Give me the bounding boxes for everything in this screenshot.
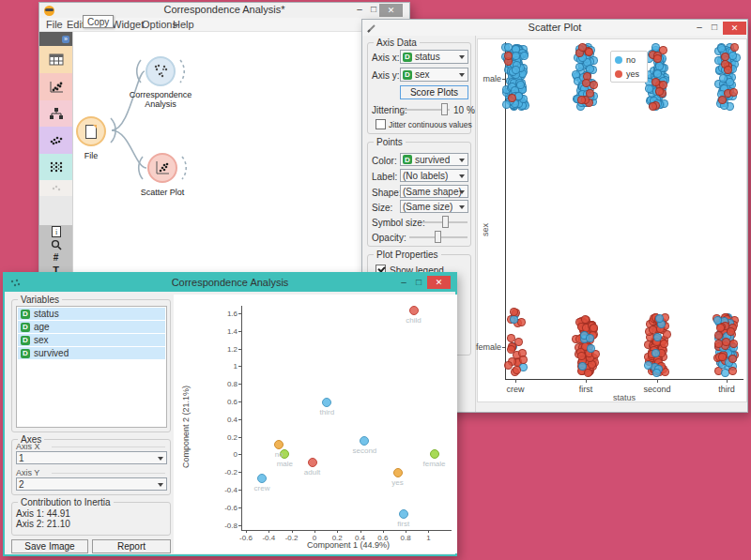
toolbox-category-unsupervised-icon[interactable] bbox=[39, 154, 72, 180]
axis-y-select[interactable]: 2 bbox=[16, 477, 167, 491]
data-point[interactable] bbox=[517, 318, 526, 326]
ca-y-tick bbox=[238, 331, 241, 332]
scatter-maximize-button[interactable]: □ bbox=[708, 22, 721, 34]
data-point[interactable] bbox=[586, 334, 594, 342]
data-point[interactable] bbox=[519, 356, 528, 364]
menu-help[interactable]: Help bbox=[173, 19, 194, 30]
data-point[interactable] bbox=[655, 62, 664, 70]
axis-x-select[interactable]: 1 bbox=[16, 451, 167, 464]
data-point[interactable] bbox=[590, 324, 598, 332]
menu-widget[interactable]: Widget bbox=[112, 19, 144, 30]
file-widget[interactable] bbox=[76, 116, 106, 146]
data-point[interactable] bbox=[512, 66, 520, 74]
ca-point-second[interactable] bbox=[360, 436, 369, 446]
correspondence-analysis-widget-label: Correspondence Analysis bbox=[130, 90, 192, 109]
data-point[interactable] bbox=[660, 340, 668, 348]
main-close-button[interactable]: ✕ bbox=[379, 4, 403, 17]
data-point[interactable] bbox=[721, 53, 729, 61]
data-point[interactable] bbox=[728, 355, 737, 363]
data-point[interactable] bbox=[714, 340, 723, 348]
jittering-slider[interactable] bbox=[401, 103, 450, 115]
main-maximize-button[interactable]: □ bbox=[367, 4, 380, 16]
axis-y-combo[interactable]: D sex bbox=[400, 68, 468, 82]
data-point[interactable] bbox=[504, 52, 513, 60]
ca-maximize-button[interactable]: □ bbox=[412, 277, 425, 289]
ca-titlebar[interactable]: Correspondence Analysis – □ ✕ bbox=[5, 274, 455, 292]
toolbox-category-evaluate-icon[interactable] bbox=[39, 127, 72, 154]
ca-y-tick bbox=[238, 349, 241, 350]
data-point[interactable] bbox=[655, 87, 664, 96]
toolbox-category-faded-icon[interactable] bbox=[39, 180, 72, 196]
ca-plot-area[interactable]: Component 2 (21.1%) Component 1 (44.9%) … bbox=[174, 295, 457, 553]
axis-x-combo[interactable]: D status bbox=[400, 50, 468, 64]
ca-close-button[interactable]: ✕ bbox=[427, 276, 451, 289]
main-minimize-button[interactable]: – bbox=[353, 4, 366, 16]
symbol-size-slider[interactable] bbox=[422, 216, 467, 228]
ca-x-tick bbox=[406, 530, 406, 533]
ca-point-child[interactable] bbox=[409, 306, 419, 315]
ca-point-female[interactable] bbox=[430, 449, 439, 459]
data-point[interactable] bbox=[718, 353, 727, 361]
data-point[interactable] bbox=[508, 94, 516, 102]
ca-point-crew[interactable] bbox=[257, 474, 267, 483]
toolbox-category-visualize-icon[interactable] bbox=[39, 73, 72, 100]
data-point[interactable] bbox=[587, 344, 595, 353]
data-point[interactable] bbox=[713, 316, 722, 325]
jitter-continuous-checkbox[interactable] bbox=[376, 119, 386, 129]
ca-y-tick bbox=[238, 401, 241, 402]
variable-item-survived[interactable]: Dsurvived bbox=[18, 347, 165, 359]
variables-list[interactable]: Dstatus Dage Dsex Dsurvived bbox=[16, 306, 167, 428]
ca-minimize-button[interactable]: – bbox=[397, 277, 410, 289]
data-point[interactable] bbox=[728, 367, 737, 375]
data-point[interactable] bbox=[645, 84, 653, 93]
menu-file[interactable]: File bbox=[46, 19, 63, 30]
data-point[interactable] bbox=[507, 345, 515, 354]
toolbox-category-data-icon[interactable] bbox=[39, 46, 72, 73]
label-combo[interactable]: (No labels) bbox=[400, 169, 468, 182]
data-point[interactable] bbox=[730, 43, 739, 52]
ca-point-yes[interactable] bbox=[393, 468, 403, 477]
data-point[interactable] bbox=[729, 88, 738, 97]
save-image-button[interactable]: Save Image bbox=[11, 539, 88, 553]
data-point[interactable] bbox=[584, 369, 592, 377]
grid-tool-button[interactable]: # bbox=[39, 251, 72, 264]
scatter-plot-widget[interactable] bbox=[147, 153, 177, 183]
toolbox-collapse-button[interactable]: » bbox=[39, 32, 72, 46]
correspondence-analysis-widget[interactable] bbox=[146, 56, 176, 86]
data-point[interactable] bbox=[516, 81, 525, 89]
ca-point-third[interactable] bbox=[322, 398, 331, 407]
scatter-minimize-button[interactable]: – bbox=[693, 22, 706, 34]
opacity-slider[interactable] bbox=[409, 231, 467, 243]
scatter-titlebar[interactable]: Scatter Plot – □ ✕ bbox=[362, 20, 747, 36]
data-point[interactable] bbox=[590, 81, 598, 89]
ca-x-tick bbox=[383, 530, 384, 533]
canvas-info-button[interactable]: i bbox=[39, 225, 72, 238]
color-combo[interactable]: D survived bbox=[400, 153, 468, 166]
report-button[interactable]: Report bbox=[92, 539, 171, 553]
variable-item-age[interactable]: Dage bbox=[18, 321, 165, 333]
ca-x-tick bbox=[428, 530, 429, 533]
data-point[interactable] bbox=[718, 96, 727, 104]
data-point[interactable] bbox=[717, 44, 726, 53]
variable-item-status[interactable]: Dstatus bbox=[18, 308, 165, 320]
toolbox-category-model-icon[interactable] bbox=[39, 100, 72, 127]
data-point[interactable] bbox=[510, 315, 518, 324]
zoom-tool-button[interactable] bbox=[39, 238, 72, 251]
shape-combo[interactable]: (Same shape) bbox=[400, 185, 468, 198]
data-point[interactable] bbox=[663, 330, 671, 339]
legend-swatch bbox=[615, 56, 622, 64]
data-point[interactable] bbox=[513, 366, 521, 374]
data-point[interactable] bbox=[520, 52, 529, 60]
scatter-window-title: Scatter Plot bbox=[362, 22, 747, 33]
data-point[interactable] bbox=[714, 331, 723, 340]
ca-point-first[interactable] bbox=[399, 509, 408, 519]
data-point[interactable] bbox=[653, 54, 662, 63]
variable-item-sex[interactable]: Dsex bbox=[18, 334, 165, 346]
score-plots-button[interactable]: Score Plots bbox=[400, 85, 468, 99]
scatter-close-button[interactable]: ✕ bbox=[723, 22, 746, 35]
size-combo[interactable]: (Same size) bbox=[400, 200, 468, 213]
ca-point-no[interactable] bbox=[274, 440, 284, 449]
ca-point-adult[interactable] bbox=[308, 458, 317, 467]
data-point[interactable] bbox=[510, 308, 518, 316]
scatter-plot-area[interactable]: sex status crewfirstsecondthirdmalefemal… bbox=[477, 38, 747, 402]
